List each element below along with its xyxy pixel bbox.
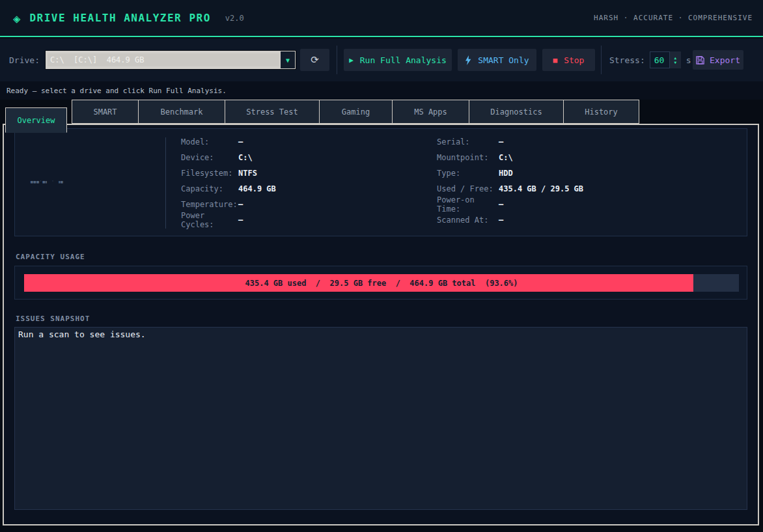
app-version: v2.0 (225, 14, 244, 23)
app-title: DRIVE HEALTH ANALYZER PRO (29, 12, 210, 24)
tab-gaming[interactable]: Gaming (319, 100, 393, 124)
tab-ms-apps[interactable]: MS Apps (392, 100, 469, 124)
export-label: Export (710, 55, 740, 65)
toolbar-separator (337, 46, 337, 74)
issues-snapshot-textarea[interactable]: Run a scan to see issues. (14, 327, 747, 510)
app-tagline: HARSH · ACCURATE · COMPREHENSIVE (594, 14, 753, 22)
drive-label: Drive: (9, 55, 40, 65)
app-header: ◈ DRIVE HEALTH ANALYZER PRO v2.0 HARSH ·… (0, 0, 763, 37)
app-logo-diamond-icon: ◈ (13, 11, 20, 25)
issues-snapshot-text: Run a scan to see issues. (15, 328, 747, 341)
info-label-filesystem: Filesystem: (181, 169, 238, 178)
capacity-usage-panel: 435.4 GB used / 29.5 GB free / 464.9 GB … (14, 266, 747, 300)
status-bar: Ready — select a drive and click Run Ful… (0, 81, 763, 100)
info-value-power-cycles: — (238, 216, 437, 225)
run-full-analysis-button[interactable]: ▶ Run Full Analysis (344, 49, 452, 71)
overview-tab-panel: ▄▄▄·▄▖ · ▗▄ Model: — Serial: — Device: C… (3, 124, 759, 525)
stop-square-icon: ■ (553, 56, 558, 64)
smart-only-button[interactable]: SMART Only (458, 49, 536, 71)
info-value-device: C:\ (238, 153, 437, 162)
smart-only-label: SMART Only (478, 55, 529, 65)
floppy-disk-icon (696, 56, 704, 64)
stress-unit-label: s (686, 55, 691, 65)
info-label-power-cycles: Power Cycles: (181, 211, 238, 229)
info-label-model: Model: (181, 137, 238, 147)
info-label-capacity: Capacity: (181, 184, 238, 193)
tab-smart[interactable]: SMART (72, 100, 139, 124)
info-label-serial: Serial: (437, 137, 499, 147)
info-value-type: HDD (499, 169, 583, 178)
drive-ascii-art: ▄▄▄·▄▖ · ▗▄ (31, 178, 64, 183)
export-button[interactable]: Export (693, 50, 743, 70)
drive-info-grid: Model: — Serial: — Device: C:\ Mountpoin… (181, 134, 583, 228)
info-label-device: Device: (181, 153, 238, 162)
info-value-capacity: 464.9 GB (238, 184, 437, 193)
info-label-used-free: Used / Free: (437, 184, 499, 193)
info-value-scanned-at: — (499, 216, 583, 225)
drive-select[interactable]: C:\ [C:\] 464.9 GB ▼ (45, 50, 296, 70)
capacity-bar-text: 435.4 GB used / 29.5 GB free / 464.9 GB … (24, 274, 739, 292)
info-value-mountpoint: C:\ (499, 153, 583, 162)
stop-button[interactable]: ■ Stop (542, 49, 595, 71)
tab-stress-test[interactable]: Stress Test (225, 100, 320, 124)
drive-select-value: C:\ [C:\] 464.9 GB (48, 53, 279, 66)
tab-overview[interactable]: Overview (5, 107, 67, 133)
info-value-used-free: 435.4 GB / 29.5 GB (499, 184, 583, 193)
stop-label: Stop (564, 55, 584, 65)
info-value-temperature: — (238, 200, 437, 209)
info-value-filesystem: NTFS (238, 169, 437, 178)
lightning-bolt-icon (465, 55, 471, 65)
tab-history[interactable]: History (563, 100, 639, 124)
refresh-drives-button[interactable]: ⟳ (300, 49, 329, 71)
tab-diagnostics[interactable]: Diagnostics (469, 100, 564, 124)
info-value-model: — (238, 137, 437, 147)
stress-label: Stress: (609, 55, 645, 65)
status-text: Ready — select a drive and click Run Ful… (7, 87, 227, 95)
spin-down-icon[interactable]: ▼ (674, 60, 676, 64)
toolbar-separator (601, 46, 602, 74)
capacity-bar-track: 435.4 GB used / 29.5 GB free / 464.9 GB … (24, 274, 739, 292)
issues-snapshot-heading: ISSUES SNAPSHOT (16, 315, 90, 323)
info-label-power-on-time: Power-on Time: (437, 195, 499, 214)
chevron-down-icon[interactable]: ▼ (281, 51, 295, 68)
stress-seconds-input[interactable] (650, 51, 670, 68)
run-full-analysis-label: Run Full Analysis (360, 55, 447, 65)
info-value-serial: — (499, 137, 583, 147)
spin-up-icon[interactable]: ▲ (674, 55, 676, 60)
info-column-separator (165, 137, 166, 229)
drive-info-panel: ▄▄▄·▄▖ · ▗▄ Model: — Serial: — Device: C… (14, 128, 747, 236)
play-icon: ▶ (349, 56, 354, 64)
info-label-temperature: Temperature: (181, 200, 238, 209)
info-label-type: Type: (437, 169, 499, 178)
info-label-scanned-at: Scanned At: (437, 216, 499, 225)
toolbar: Drive: C:\ [C:\] 464.9 GB ▼ ⟳ ▶ Run Full… (0, 38, 763, 81)
capacity-usage-heading: CAPACITY USAGE (16, 253, 85, 261)
info-value-power-on-time: — (499, 200, 583, 209)
app-window: ◈ DRIVE HEALTH ANALYZER PRO v2.0 HARSH ·… (0, 0, 763, 532)
tab-bar: Overview SMART Benchmark Stress Test Gam… (5, 100, 639, 133)
tab-benchmark[interactable]: Benchmark (138, 100, 225, 124)
refresh-icon: ⟳ (311, 54, 319, 66)
info-label-mountpoint: Mountpoint: (437, 153, 499, 162)
stress-spinner[interactable]: ▲ ▼ (670, 51, 681, 68)
